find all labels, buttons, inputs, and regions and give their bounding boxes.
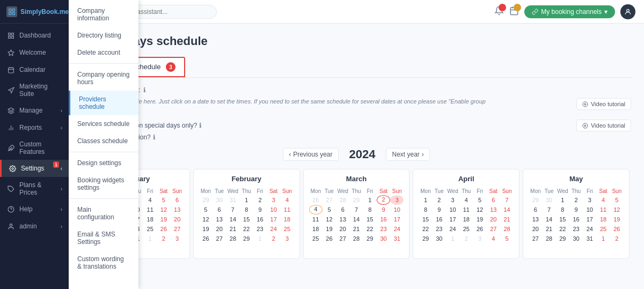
booking-channels-button[interactable]: My booking channels ▾ [524, 5, 615, 18]
cal-day[interactable]: 5 [157, 195, 170, 205]
cal-day[interactable]: 11 [280, 205, 294, 214]
cal-day[interactable]: 12 [610, 205, 624, 214]
cal-day[interactable]: 21 [349, 224, 363, 234]
cal-day[interactable]: 6 [171, 195, 184, 205]
cal-day[interactable]: 16 [569, 214, 583, 224]
cal-day[interactable]: 31 [390, 234, 404, 243]
cal-day[interactable]: 17 [267, 214, 280, 224]
cal-day[interactable]: 19 [323, 224, 336, 234]
cal-day[interactable]: 24 [390, 224, 404, 234]
cal-day[interactable]: 6 [213, 205, 226, 214]
cal-day[interactable]: 30 [569, 234, 583, 243]
cal-day[interactable]: 29 [419, 234, 432, 243]
dropdown-classes-schedule[interactable]: Classes schedule [69, 132, 138, 150]
cal-day[interactable]: 1 [446, 234, 459, 243]
cal-day[interactable]: 14 [226, 214, 239, 224]
cal-day[interactable]: 17 [446, 214, 459, 224]
cal-day[interactable]: 9 [253, 205, 267, 214]
cal-day[interactable]: 12 [323, 214, 336, 224]
video-tutorial-button-1[interactable]: Video tutorial [576, 98, 631, 110]
cal-day[interactable]: 29 [349, 195, 363, 205]
cal-day[interactable]: 1 [556, 195, 569, 205]
cal-day[interactable]: 14 [542, 214, 555, 224]
cal-day[interactable]: 3 [171, 234, 184, 243]
cal-day[interactable]: 27 [213, 234, 226, 243]
cal-day[interactable]: 7 [542, 205, 555, 214]
cal-day[interactable]: 17 [390, 214, 404, 224]
sidebar-item-calendar[interactable]: Calendar [0, 61, 69, 78]
cal-day[interactable]: 16 [377, 214, 390, 224]
cal-day[interactable]: 23 [433, 224, 446, 234]
cal-day[interactable]: 15 [240, 214, 253, 224]
cal-day[interactable]: 22 [363, 224, 377, 234]
cal-day[interactable]: 5 [199, 205, 213, 214]
dropdown-providers-schedule[interactable]: Providers schedule [69, 91, 138, 115]
cal-day[interactable]: 11 [309, 214, 323, 224]
cal-day[interactable]: 7 [226, 205, 239, 214]
sidebar-item-help[interactable]: Help › [0, 201, 69, 218]
cal-day[interactable]: 13 [336, 214, 349, 224]
video-tutorial-button-2[interactable]: Video tutorial [576, 120, 631, 131]
cal-day[interactable]: 23 [569, 224, 583, 234]
cal-day[interactable]: 9 [569, 205, 583, 214]
cal-day[interactable]: 21 [226, 224, 239, 234]
cal-day[interactable]: 4 [487, 234, 500, 243]
cal-day[interactable]: 14 [349, 214, 363, 224]
dropdown-email-sms[interactable]: Email & SMS Settings [69, 226, 138, 250]
cal-day[interactable]: 30 [213, 195, 226, 205]
sidebar-item-plans[interactable]: Plans & Prices › [0, 177, 69, 201]
dropdown-widgets[interactable]: Booking widgets settings [69, 172, 138, 196]
cal-day[interactable]: 29 [199, 195, 213, 205]
cal-day[interactable]: 1 [363, 195, 377, 205]
cal-day[interactable]: 8 [363, 205, 377, 214]
cal-day[interactable]: 3 [473, 234, 486, 243]
cal-day[interactable]: 3 [280, 234, 294, 243]
cal-day[interactable]: 24 [267, 224, 280, 234]
cal-day[interactable]: 11 [143, 205, 157, 214]
dropdown-directory[interactable]: Directory listing [69, 27, 138, 44]
cal-day[interactable]: 22 [240, 224, 253, 234]
cal-day[interactable]: 16 [433, 214, 446, 224]
cal-day[interactable]: 2 [253, 195, 267, 205]
cal-day[interactable]: 13 [487, 205, 500, 214]
cal-day-outline[interactable]: 4 [309, 205, 323, 214]
cal-day[interactable]: 18 [143, 214, 157, 224]
cal-day[interactable]: 18 [309, 224, 323, 234]
cal-day[interactable]: 7 [500, 195, 514, 205]
cal-day[interactable]: 23 [253, 224, 267, 234]
cal-day[interactable]: 15 [419, 214, 432, 224]
cal-day[interactable]: 25 [596, 224, 610, 234]
sidebar-item-welcome[interactable]: Welcome [0, 44, 69, 61]
cal-day[interactable]: 6 [336, 205, 349, 214]
cal-day[interactable]: 18 [280, 214, 294, 224]
cal-day[interactable]: 3 [583, 195, 596, 205]
sidebar-item-manage[interactable]: Manage › [0, 102, 69, 119]
cal-day[interactable]: 27 [336, 234, 349, 243]
cal-day[interactable]: 26 [157, 224, 170, 234]
cal-day[interactable]: 4 [280, 195, 294, 205]
cal-day[interactable]: 21 [542, 224, 555, 234]
cal-day[interactable]: 25 [459, 224, 473, 234]
cal-day[interactable]: 28 [336, 195, 349, 205]
cal-day[interactable]: 25 [280, 224, 294, 234]
cal-day[interactable]: 22 [556, 224, 569, 234]
cal-day[interactable]: 12 [473, 205, 486, 214]
cal-day[interactable]: 21 [500, 214, 514, 224]
cal-day[interactable]: 19 [473, 214, 486, 224]
cal-day[interactable]: 20 [171, 214, 184, 224]
cal-day[interactable]: 31 [226, 195, 239, 205]
cal-day[interactable]: 20 [487, 214, 500, 224]
cal-day[interactable]: 30 [377, 234, 390, 243]
cal-day[interactable]: 5 [500, 234, 514, 243]
cal-day[interactable]: 20 [336, 224, 349, 234]
cal-day[interactable]: 26 [199, 234, 213, 243]
cal-day[interactable]: 27 [171, 224, 184, 234]
cal-day[interactable]: 8 [240, 205, 253, 214]
cal-day[interactable]: 8 [419, 205, 432, 214]
sidebar-item-reports[interactable]: Reports › [0, 119, 69, 136]
cal-day[interactable]: 7 [349, 205, 363, 214]
cal-day[interactable]: 1 [143, 234, 157, 243]
cal-day[interactable]: 11 [459, 205, 473, 214]
cal-day[interactable]: 29 [240, 234, 253, 243]
cal-day[interactable]: 13 [529, 214, 542, 224]
